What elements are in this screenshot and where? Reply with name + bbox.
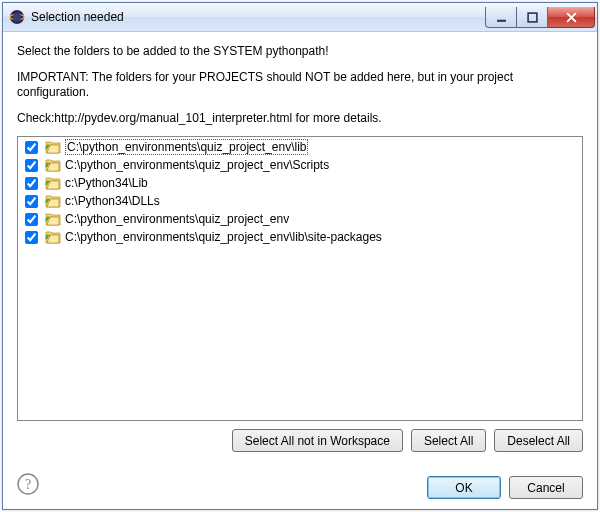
minimize-button[interactable] [485,7,517,28]
folder-path-label: c:\Python34\Lib [65,176,148,190]
folder-list-item[interactable]: C:\python_environments\quiz_project_env [19,210,581,228]
folder-checkbox[interactable] [25,159,38,172]
folder-icon [45,175,61,191]
folder-icon [45,157,61,173]
cancel-button[interactable]: Cancel [509,476,583,499]
folder-path-label: C:\python_environments\quiz_project_env\… [65,158,329,172]
svg-point-2 [13,13,21,21]
folder-icon [45,193,61,209]
svg-text:?: ? [25,477,31,492]
window-buttons [485,7,595,27]
message-line2: IMPORTANT: The folders for your PROJECTS… [17,70,583,101]
folder-list-item[interactable]: C:\python_environments\quiz_project_env\… [19,138,581,156]
help-icon[interactable]: ? [17,473,39,495]
folder-checkbox[interactable] [25,141,38,154]
dialog-body: Select the folders to be added to the SY… [3,32,597,509]
title-text: Selection needed [31,10,485,24]
message-line3: Check:http://pydev.org/manual_101_interp… [17,111,583,127]
folder-path-label: c:\Python34\DLLs [65,194,160,208]
close-button[interactable] [548,7,595,28]
eclipse-icon [9,9,25,25]
folder-path-label: C:\python_environments\quiz_project_env [65,212,289,226]
folder-icon [45,139,61,155]
message-line1: Select the folders to be added to the SY… [17,44,583,60]
svg-rect-4 [528,13,537,22]
maximize-button[interactable] [517,7,548,28]
folder-checkbox[interactable] [25,231,38,244]
folder-list-item[interactable]: c:\Python34\Lib [19,174,581,192]
folder-list-item[interactable]: c:\Python34\DLLs [19,192,581,210]
folder-checkbox[interactable] [25,195,38,208]
titlebar: Selection needed [3,3,597,32]
footer: ? OK Cancel [17,468,583,499]
folder-list[interactable]: C:\python_environments\quiz_project_env\… [17,136,583,421]
folder-checkbox[interactable] [25,213,38,226]
dialog-button-row: OK Cancel [39,476,583,499]
select-all-button[interactable]: Select All [411,429,486,452]
folder-icon [45,229,61,245]
svg-rect-3 [497,19,506,21]
folder-path-label: C:\python_environments\quiz_project_env\… [65,139,308,155]
selection-button-row: Select All not in Workspace Select All D… [17,429,583,452]
folder-path-label: C:\python_environments\quiz_project_env\… [65,230,382,244]
dialog-window: Selection needed Select the folders to b… [2,2,598,510]
folder-list-item[interactable]: C:\python_environments\quiz_project_env\… [19,156,581,174]
deselect-all-button[interactable]: Deselect All [494,429,583,452]
folder-checkbox[interactable] [25,177,38,190]
ok-button[interactable]: OK [427,476,501,499]
folder-list-item[interactable]: C:\python_environments\quiz_project_env\… [19,228,581,246]
select-all-not-workspace-button[interactable]: Select All not in Workspace [232,429,403,452]
folder-icon [45,211,61,227]
